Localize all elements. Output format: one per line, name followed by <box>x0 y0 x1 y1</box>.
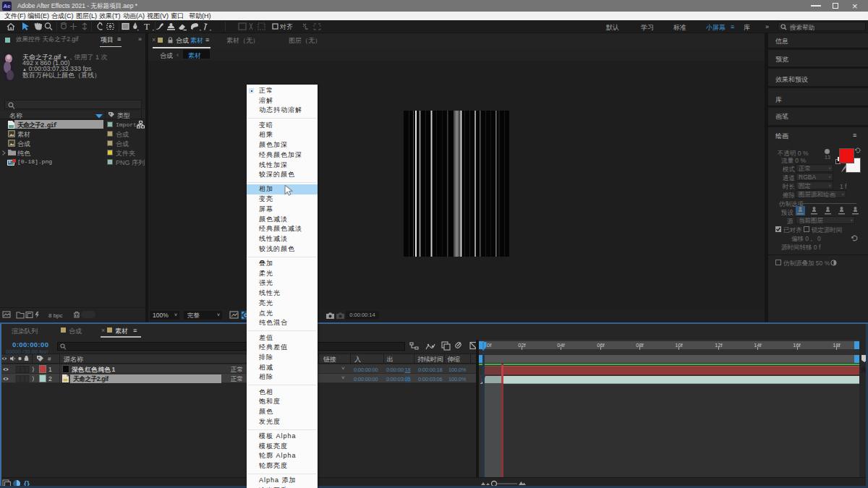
svg-text:对齐: 对齐 <box>279 23 293 30</box>
svg-text:8 bpc: 8 bpc <box>48 312 63 319</box>
svg-text:T: T <box>144 21 150 32</box>
